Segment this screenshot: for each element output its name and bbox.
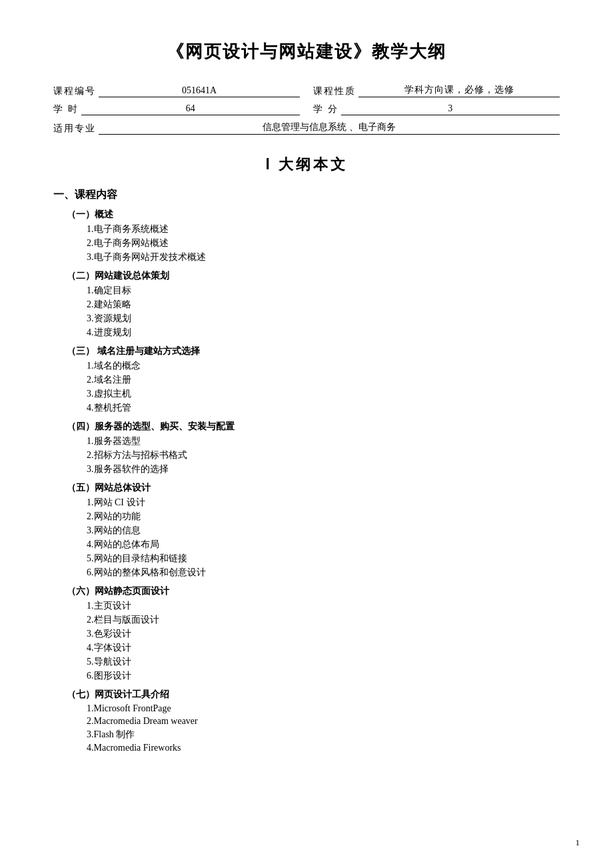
sub4-item-2: 2.招标方法与招标书格式 [87,449,560,461]
sub6-label: （六）网站静态页面设计 [67,585,560,597]
sub1-item-3: 3.电子商务网站开发技术概述 [87,251,560,263]
info-grid: 课程编号 051641A 课程性质 学科方向课，必修，选修 学 时 64 学 分… [53,83,560,135]
section1: 一、课程内容 （一）概述 1.电子商务系统概述 2.电子商务网站概述 3.电子商… [53,188,560,753]
hours-value: 64 [81,103,301,115]
info-row-2: 学 时 64 学 分 3 [53,103,560,115]
course-code-cell: 课程编号 051641A [53,85,300,97]
sub2-item-1: 1.确定目标 [87,285,560,297]
page-number: 1 [576,837,580,848]
sub2-item-3: 3.资源规划 [87,313,560,325]
sub3-item-1: 1.域名的概念 [87,360,560,372]
hours-label: 学 时 [53,103,81,115]
course-code-label: 课程编号 [53,85,99,97]
sub7-item-4: 4.Macromedia Fireworks [87,743,560,753]
section1-title: 一、课程内容 [53,188,560,202]
sub6-item-2: 2.栏目与版面设计 [87,614,560,626]
roman-numeral: Ⅰ [265,156,272,173]
sub5-item-6: 6.网站的整体风格和创意设计 [87,567,560,579]
major-value: 信息管理与信息系统 、电子商务 [99,121,560,135]
sub2-item-4: 4.进度规划 [87,327,560,339]
credits-label: 学 分 [313,103,341,115]
sub6-item-3: 3.色彩设计 [87,628,560,640]
credits-value: 3 [341,103,560,115]
sub1-label: （一）概述 [67,209,560,221]
course-nature-label: 课程性质 [313,85,358,97]
sub7-item-2: 2.Macromedia Dream weaver [87,716,560,727]
major-label: 适用专业 [53,123,99,135]
sub5-item-5: 5.网站的目录结构和链接 [87,553,560,565]
sub6-item-5: 5.导航设计 [87,656,560,668]
info-row-3: 适用专业 信息管理与信息系统 、电子商务 [53,121,560,135]
main-title: 《网页设计与网站建设》教学大纲 [53,40,560,63]
sub3-item-4: 4.整机托管 [87,402,560,414]
credits-cell: 学 分 3 [313,103,560,115]
sub3-item-3: 3.虚拟主机 [87,388,560,400]
hours-cell: 学 时 64 [53,103,300,115]
sub7-label: （七）网页设计工具介绍 [67,689,560,701]
sub5-item-3: 3.网站的信息 [87,525,560,537]
sub4-label: （四）服务器的选型、购买、安装与配置 [67,421,560,433]
sub5-label: （五）网站总体设计 [67,482,560,494]
course-nature-cell: 课程性质 学科方向课，必修，选修 [313,83,560,97]
sub6-item-4: 4.字体设计 [87,642,560,654]
sub2-item-2: 2.建站策略 [87,299,560,311]
section1-header-text: 大纲本文 [279,156,348,173]
sub5-item-4: 4.网站的总体布局 [87,539,560,551]
sub7-item-3: 3.Flash 制作 [87,729,560,741]
sub4-item-3: 3.服务器软件的选择 [87,463,560,475]
page: 《网页设计与网站建设》教学大纲 课程编号 051641A 课程性质 学科方向课，… [0,0,613,868]
course-code-value: 051641A [99,85,300,97]
section1-header: Ⅰ 大纲本文 [53,155,560,175]
sub5-item-1: 1.网站 CI 设计 [87,497,560,509]
sub6-item-1: 1.主页设计 [87,600,560,612]
sub2-label: （二）网站建设总体策划 [67,270,560,282]
sub3-item-2: 2.域名注册 [87,374,560,386]
sub1-item-1: 1.电子商务系统概述 [87,223,560,235]
sub6-item-6: 6.图形设计 [87,670,560,682]
sub7-item-1: 1.Microsoft FrontPage [87,703,560,714]
sub5-item-2: 2.网站的功能 [87,511,560,523]
sub3-label: （三） 域名注册与建站方式选择 [67,345,560,357]
sub1-item-2: 2.电子商务网站概述 [87,237,560,249]
major-cell: 适用专业 信息管理与信息系统 、电子商务 [53,121,560,135]
info-row-1: 课程编号 051641A 课程性质 学科方向课，必修，选修 [53,83,560,97]
sub4-item-1: 1.服务器选型 [87,435,560,447]
course-nature-value: 学科方向课，必修，选修 [358,83,560,97]
